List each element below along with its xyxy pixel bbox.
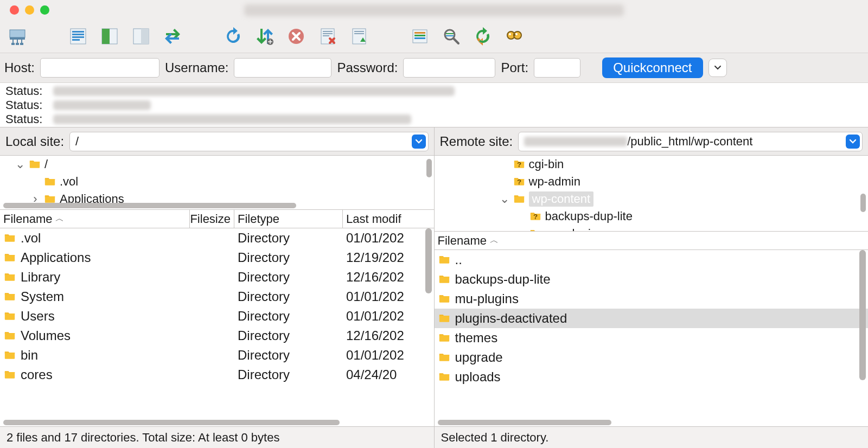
svg-rect-22 — [323, 33, 333, 34]
disconnect-icon[interactable] — [316, 24, 340, 48]
svg-rect-8 — [20, 43, 23, 45]
log-label: Status: — [5, 84, 42, 98]
table-row[interactable]: themes — [435, 328, 869, 348]
process-queue-icon[interactable] — [253, 24, 277, 48]
remote-file-list[interactable]: Filename︿ ..backups-dup-litemu-pluginspl… — [435, 232, 869, 426]
tree-item[interactable]: backups-dup-lite — [435, 208, 869, 225]
svg-rect-30 — [414, 37, 425, 39]
remote-path-blurred — [524, 137, 627, 146]
table-row[interactable]: uploads — [435, 367, 869, 387]
table-row[interactable]: UsersDirectory01/01/202 — [0, 306, 434, 326]
tree-item[interactable]: mu-plugins — [435, 225, 869, 232]
tree-item[interactable]: wp-admin — [435, 173, 869, 190]
tree-item[interactable]: ⌄wp-content — [435, 190, 869, 208]
col-filetype[interactable]: Filetype — [234, 210, 343, 228]
chevron-down-icon[interactable] — [412, 135, 426, 149]
tree-item[interactable]: cgi-bin — [435, 156, 869, 173]
local-site-label: Local site: — [5, 134, 64, 149]
sort-asc-icon: ︿ — [490, 235, 499, 246]
remote-status: Selected 1 directory. — [435, 426, 869, 448]
quickconnect-history-dropdown[interactable] — [709, 59, 727, 77]
svg-rect-7 — [16, 43, 19, 45]
sort-asc-icon: ︿ — [55, 213, 64, 225]
svg-rect-12 — [72, 36, 84, 38]
table-row[interactable]: .volDirectory01/01/202 — [0, 228, 434, 248]
table-row[interactable]: plugins-deactivated — [435, 309, 869, 328]
svg-rect-33 — [446, 33, 454, 34]
local-file-list[interactable]: Filename︿ Filesize Filetype Last modif .… — [0, 210, 434, 426]
quickconnect-bar: Host: Username: Password: Port: Quickcon… — [0, 53, 868, 83]
remote-path-combo[interactable]: /public_html/wp-content — [518, 132, 863, 151]
svg-rect-21 — [323, 31, 333, 32]
table-row[interactable]: SystemDirectory01/01/202 — [0, 287, 434, 306]
scrollbar[interactable] — [3, 420, 340, 425]
log-label: Status: — [5, 98, 42, 112]
toggle-remote-tree-icon[interactable] — [129, 24, 153, 48]
table-row[interactable]: coresDirectory04/24/20 — [0, 365, 434, 385]
window-close-button[interactable] — [10, 5, 19, 15]
scrollbar[interactable] — [438, 420, 611, 425]
username-input[interactable] — [234, 58, 331, 78]
site-manager-icon[interactable] — [5, 24, 29, 48]
table-row[interactable]: mu-plugins — [435, 289, 869, 309]
scrollbar[interactable] — [425, 228, 432, 293]
table-row[interactable]: LibraryDirectory12/16/202 — [0, 267, 434, 287]
host-input[interactable] — [40, 58, 159, 78]
scrollbar[interactable] — [3, 203, 296, 208]
svg-point-39 — [515, 33, 518, 35]
window-maximize-button[interactable] — [40, 5, 49, 15]
col-filename[interactable]: Filename︿ — [435, 232, 869, 249]
tree-item[interactable]: ⌄/ — [0, 156, 434, 173]
svg-rect-25 — [354, 31, 364, 32]
log-panel[interactable]: Status: Status: Status: — [0, 83, 868, 127]
disclosure-icon[interactable]: ⌄ — [500, 192, 509, 206]
remote-pane: Remote site: /public_html/wp-content cgi… — [435, 127, 869, 426]
password-input[interactable] — [403, 58, 495, 78]
compare-icon[interactable] — [471, 24, 495, 48]
titlebar — [0, 0, 868, 20]
disclosure-icon[interactable]: ⌄ — [15, 157, 25, 171]
scrollbar[interactable] — [859, 250, 866, 380]
cancel-icon[interactable] — [284, 24, 308, 48]
filter-icon[interactable] — [408, 24, 432, 48]
port-input[interactable] — [534, 58, 580, 78]
svg-rect-13 — [72, 39, 80, 41]
table-row[interactable]: .. — [435, 250, 869, 270]
scrollbar[interactable] — [426, 159, 432, 177]
remote-tree[interactable]: cgi-binwp-admin⌄wp-contentbackups-dup-li… — [435, 156, 869, 232]
chevron-down-icon[interactable] — [846, 135, 860, 149]
col-modified[interactable]: Last modif — [343, 210, 434, 228]
svg-rect-15 — [102, 29, 110, 44]
toggle-local-tree-icon[interactable] — [98, 24, 122, 48]
table-row[interactable]: backups-dup-lite — [435, 270, 869, 289]
svg-rect-34 — [446, 35, 454, 36]
search-icon[interactable] — [439, 24, 463, 48]
svg-rect-37 — [513, 34, 515, 36]
svg-rect-28 — [414, 32, 425, 34]
local-pane: Local site: / ⌄/.vol›Applications Filena… — [0, 127, 435, 426]
svg-rect-10 — [72, 31, 84, 33]
table-row[interactable]: VolumesDirectory12/16/202 — [0, 326, 434, 345]
find-icon[interactable] — [502, 24, 526, 48]
reconnect-icon[interactable] — [347, 24, 371, 48]
scrollbar[interactable] — [860, 194, 866, 212]
window-minimize-button[interactable] — [25, 5, 34, 15]
table-row[interactable]: binDirectory01/01/202 — [0, 345, 434, 365]
local-tree[interactable]: ⌄/.vol›Applications — [0, 156, 434, 210]
toolbar — [0, 20, 868, 53]
col-filesize[interactable]: Filesize — [190, 210, 234, 228]
refresh-icon[interactable] — [221, 24, 245, 48]
tree-item[interactable]: .vol — [0, 173, 434, 190]
quickconnect-button[interactable]: Quickconnect — [602, 57, 703, 78]
log-label: Status: — [5, 112, 42, 126]
table-row[interactable]: upgrade — [435, 348, 869, 367]
col-filename[interactable]: Filename︿ — [0, 210, 190, 228]
toggle-log-icon[interactable] — [66, 24, 90, 48]
remote-site-label: Remote site: — [440, 134, 513, 149]
svg-line-32 — [454, 39, 458, 43]
sync-browse-icon[interactable] — [161, 24, 184, 48]
local-path-combo[interactable]: / — [69, 132, 428, 151]
table-row[interactable]: ApplicationsDirectory12/19/202 — [0, 248, 434, 267]
svg-rect-23 — [323, 35, 329, 36]
svg-rect-11 — [72, 34, 84, 35]
